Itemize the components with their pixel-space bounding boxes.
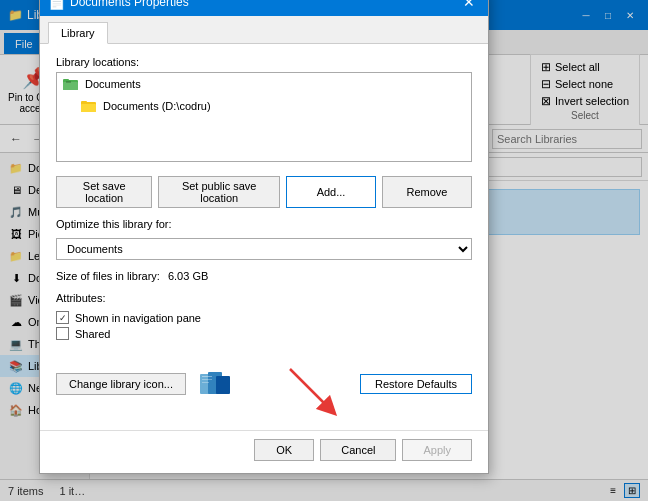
navigation-pane-checkbox[interactable] — [56, 311, 69, 324]
add-button[interactable]: Add... — [286, 176, 376, 208]
optimize-select[interactable]: Documents General items Music Pictures V… — [56, 238, 472, 260]
attr-navigation-pane: Shown in navigation pane — [56, 311, 472, 324]
location-folder-icon-2 — [81, 98, 97, 114]
library-locations-label: Library locations: — [56, 56, 472, 68]
shared-checkbox[interactable] — [56, 327, 69, 340]
svg-rect-5 — [81, 104, 96, 112]
dialog-icon: 📄 — [48, 0, 64, 10]
svg-rect-12 — [202, 382, 209, 383]
size-value: 6.03 GB — [168, 270, 208, 282]
library-locations-section: Library locations: Documents — [56, 56, 472, 162]
bottom-section: Change library icon... — [56, 354, 472, 414]
set-public-save-location-button[interactable]: Set public save location — [158, 176, 280, 208]
ok-button[interactable]: OK — [254, 439, 314, 461]
dialog-title: Documents Properties — [70, 0, 189, 9]
svg-line-14 — [290, 369, 330, 409]
change-library-icon-button[interactable]: Change library icon... — [56, 373, 186, 395]
svg-rect-10 — [202, 376, 212, 377]
dialog-footer: OK Cancel Apply — [40, 430, 488, 473]
set-save-location-button[interactable]: Set save location — [56, 176, 152, 208]
svg-rect-11 — [202, 379, 212, 380]
locations-list: Documents Documents (D:\codru) — [56, 72, 472, 162]
attr-label-navigation: Shown in navigation pane — [75, 312, 201, 324]
location-row-documents-d[interactable]: Documents (D:\codru) — [57, 95, 471, 117]
svg-rect-9 — [216, 376, 230, 394]
location-row-documents[interactable]: Documents — [57, 73, 471, 95]
dialog-close-button[interactable]: ✕ — [458, 0, 480, 13]
location-folder-icon — [63, 76, 79, 92]
location-name: Documents — [85, 78, 141, 90]
arrow-annotation — [270, 364, 350, 424]
apply-button[interactable]: Apply — [402, 439, 472, 461]
attributes-section: Attributes: Shown in navigation pane Sha… — [56, 292, 472, 340]
tab-library[interactable]: Library — [48, 22, 108, 44]
location-buttons: Set save location Set public save locati… — [56, 176, 472, 208]
documents-properties-dialog: 📄 Documents Properties ✕ Library Library… — [39, 0, 489, 474]
location-name-2: Documents (D:\codru) — [103, 100, 211, 112]
library-icon-preview — [196, 364, 236, 404]
dialog-tabs: Library — [40, 16, 488, 44]
attributes-label: Attributes: — [56, 292, 472, 304]
dialog-title-bar: 📄 Documents Properties ✕ — [40, 0, 488, 16]
attr-label-shared: Shared — [75, 328, 110, 340]
dialog-body: Library locations: Documents — [40, 44, 488, 426]
size-section: Size of files in library: 6.03 GB — [56, 270, 472, 282]
svg-rect-6 — [81, 101, 87, 104]
svg-rect-1 — [63, 82, 78, 90]
optimize-label: Optimize this library for: — [56, 218, 472, 230]
attr-shared: Shared — [56, 327, 472, 340]
remove-button[interactable]: Remove — [382, 176, 472, 208]
dialog-overlay: 📄 Documents Properties ✕ Library Library… — [0, 0, 648, 501]
svg-rect-3 — [66, 81, 71, 83]
restore-defaults-button[interactable]: Restore Defaults — [360, 374, 472, 394]
optimize-section: Optimize this library for: Documents Gen… — [56, 218, 472, 260]
size-label: Size of files in library: — [56, 270, 160, 282]
cancel-button[interactable]: Cancel — [320, 439, 396, 461]
